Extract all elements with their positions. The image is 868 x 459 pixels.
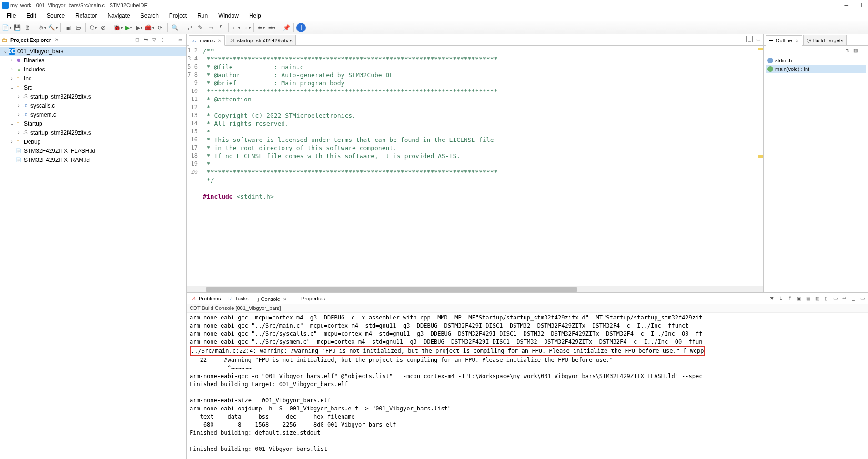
project-icon: DE <box>9 48 15 55</box>
whitespace-button[interactable]: ¶ <box>216 23 226 32</box>
menu-source[interactable]: Source <box>42 11 70 20</box>
warning-mark[interactable] <box>758 48 763 50</box>
tree-startup-file[interactable]: ›.S startup_stm32f429zitx.s <box>0 128 186 137</box>
tab-properties[interactable]: ☰ Properties <box>291 293 328 304</box>
search-button[interactable]: 🔍 <box>170 23 180 32</box>
save-all-button[interactable]: 🗎 <box>23 23 32 32</box>
open-console-icon[interactable]: ▯ <box>822 294 830 302</box>
new-class-button[interactable]: ▣ <box>63 23 72 32</box>
annotation-next-button[interactable]: → <box>242 23 251 32</box>
skip-bp-button[interactable]: ⊘ <box>99 23 108 32</box>
build-button[interactable]: 🔨 <box>48 23 58 32</box>
tree-src-startup[interactable]: ›.S startup_stm32f429zitx.s <box>0 92 186 101</box>
collapse-all-icon[interactable]: ⊟ <box>133 36 141 44</box>
app-icon <box>2 2 9 9</box>
tree-ram-ld[interactable]: ›📄 STM32F429ZITX_RAM.ld <box>0 155 186 164</box>
tree-startup[interactable]: ⌄🗀 Startup <box>0 119 186 128</box>
menu-window[interactable]: Window <box>213 11 243 20</box>
close-icon[interactable]: ✕ <box>795 38 799 43</box>
tab-console[interactable]: ▯ Console ✕ <box>253 294 290 304</box>
pin-console-icon[interactable]: ⤒ <box>786 294 794 302</box>
horizontal-scrollbar[interactable] <box>187 286 763 292</box>
open-type-button[interactable]: 🗁 <box>73 23 83 32</box>
sort-icon[interactable]: ⇅ <box>844 47 851 54</box>
tree-label: STM32F429ZITX_RAM.ld <box>24 157 90 163</box>
tree-flash-ld[interactable]: ›📄 STM32F429ZITX_FLASH.ld <box>0 146 186 155</box>
menu-search[interactable]: Search <box>136 11 163 20</box>
minimize-editor-icon[interactable]: _ <box>746 36 753 42</box>
debug-button[interactable]: 🐞 <box>113 23 123 32</box>
display-selected-icon[interactable]: ▣ <box>795 294 803 302</box>
maximize-pane-icon[interactable]: ▭ <box>176 36 184 44</box>
annotation-prev-button[interactable]: ← <box>231 23 241 32</box>
update-button[interactable]: ⟳ <box>155 23 165 32</box>
minimize-bottom-icon[interactable]: _ <box>849 294 857 302</box>
menu-file[interactable]: File <box>2 11 20 20</box>
menu-navigate[interactable]: Navigate <box>102 11 134 20</box>
close-icon[interactable]: ✕ <box>218 38 222 43</box>
tree-src-sysmem[interactable]: ›.c sysmem.c <box>0 110 186 119</box>
pin-button[interactable]: 📌 <box>282 23 291 32</box>
tree-src-syscalls[interactable]: ›.c syscalls.c <box>0 101 186 110</box>
new-button[interactable]: 📄 <box>2 23 11 32</box>
menu-run[interactable]: Run <box>192 11 212 20</box>
tab-outline[interactable]: ☰ Outline ✕ <box>766 35 802 46</box>
debug-target-button[interactable]: ⬡ <box>88 23 98 32</box>
clear-console-icon[interactable]: ✖ <box>768 294 776 302</box>
remove-launch-icon[interactable]: ▤ <box>804 294 812 302</box>
view-menu-icon[interactable]: ⋮ <box>159 36 167 44</box>
maximize-button[interactable]: ☐ <box>857 2 862 9</box>
ld-file-icon: 📄 <box>15 157 22 163</box>
save-button[interactable]: 💾 <box>12 23 22 32</box>
tree-includes[interactable]: ›⫖ Includes <box>0 65 186 74</box>
menu-help[interactable]: Help <box>244 11 266 20</box>
console-output[interactable]: arm-none-eabi-gcc -mcpu=cortex-m4 -g3 -D… <box>187 313 868 459</box>
info-button[interactable]: i <box>296 23 306 32</box>
tree-debug[interactable]: ›🗀 Debug <box>0 137 186 146</box>
run-last-tool-button[interactable]: ▶ <box>134 23 144 32</box>
tree-src[interactable]: ⌄🗀 Src <box>0 83 186 92</box>
tab-tasks[interactable]: ☑ Tasks <box>225 293 252 304</box>
outline-item-main[interactable]: main(void) : int <box>766 65 866 73</box>
wrap-text-icon[interactable]: ↩ <box>840 294 848 302</box>
back-button[interactable]: ⬅ <box>256 23 266 32</box>
forward-button[interactable]: ➡ <box>267 23 276 32</box>
close-icon[interactable]: ✕ <box>283 297 287 302</box>
minimize-button[interactable]: ─ <box>844 2 848 9</box>
code-area[interactable]: /** ************************************… <box>200 46 757 286</box>
tab-main-c[interactable]: .c main.c ✕ <box>189 35 225 46</box>
menu-project[interactable]: Project <box>164 11 192 20</box>
outline-item-stdint[interactable]: stdint.h <box>766 56 866 65</box>
scrollbar-thumb[interactable] <box>206 287 577 292</box>
remove-all-icon[interactable]: ▥ <box>813 294 821 302</box>
tree-binaries[interactable]: ›⬢ Binaries <box>0 56 186 65</box>
close-icon[interactable]: ✕ <box>55 37 59 42</box>
tree-project-root[interactable]: ⌄DE 001_Vibgyor_bars <box>0 47 186 56</box>
menu-refactor[interactable]: Refactor <box>71 11 101 20</box>
tree-inc[interactable]: ›🗀 Inc <box>0 74 186 83</box>
tab-problems[interactable]: ⚠ Problems <box>189 293 224 304</box>
filter-icon[interactable]: ▽ <box>151 36 158 44</box>
project-tree[interactable]: ⌄DE 001_Vibgyor_bars ›⬢ Binaries ›⫖ Incl… <box>0 46 186 459</box>
show-console-icon[interactable]: ▭ <box>831 294 839 302</box>
view-menu-icon[interactable]: ⋮ <box>859 47 866 54</box>
tab-startup-s[interactable]: .S startup_stm32f429zitx.s <box>226 35 295 45</box>
warning-mark[interactable] <box>758 155 763 158</box>
build-target-button[interactable]: ⚙ <box>38 23 47 32</box>
external-tools-button[interactable]: 🧰 <box>145 23 154 32</box>
maximize-editor-icon[interactable]: ▭ <box>755 36 761 42</box>
scroll-lock-icon[interactable]: ⤓ <box>777 294 785 302</box>
link-editor-icon[interactable]: ⇆ <box>142 36 150 44</box>
overview-ruler[interactable] <box>757 46 763 286</box>
diff-button[interactable]: ⇄ <box>185 23 194 32</box>
menu-edit[interactable]: Edit <box>21 11 41 20</box>
run-button[interactable]: ▶ <box>124 23 133 32</box>
block-select-button[interactable]: ▭ <box>206 23 215 32</box>
tab-build-targets[interactable]: ◎ Build Targets <box>803 35 847 45</box>
minimize-pane-icon[interactable]: _ <box>168 36 175 44</box>
maximize-bottom-icon[interactable]: ▭ <box>858 294 866 302</box>
code-editor[interactable]: 1 2 3 4 5 6 7 8 9 10 11 12 13 14 15 16 1… <box>187 46 763 286</box>
tab-label: main.c <box>200 38 215 43</box>
hide-fields-icon[interactable]: ▥ <box>852 47 858 54</box>
toggle-mark-button[interactable]: ✎ <box>195 23 205 32</box>
